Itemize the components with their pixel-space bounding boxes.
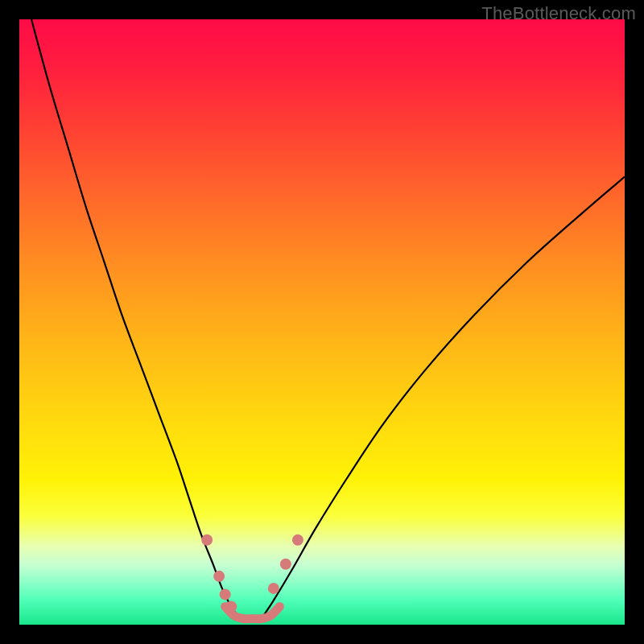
left-marker-dots	[201, 535, 237, 613]
watermark-text: TheBottleneck.com	[481, 3, 636, 24]
marker-dot	[201, 535, 213, 546]
marker-dot	[225, 601, 237, 612]
chart-svg	[19, 19, 625, 625]
marker-dot	[213, 571, 225, 582]
right-marker-dots	[268, 535, 303, 594]
right-curve	[262, 177, 625, 619]
chart-frame: TheBottleneck.com	[0, 0, 644, 644]
marker-dot	[268, 583, 279, 594]
marker-dot	[220, 588, 231, 600]
left-curve	[31, 19, 240, 618]
marker-dot	[292, 535, 303, 546]
marker-dot	[280, 559, 291, 570]
